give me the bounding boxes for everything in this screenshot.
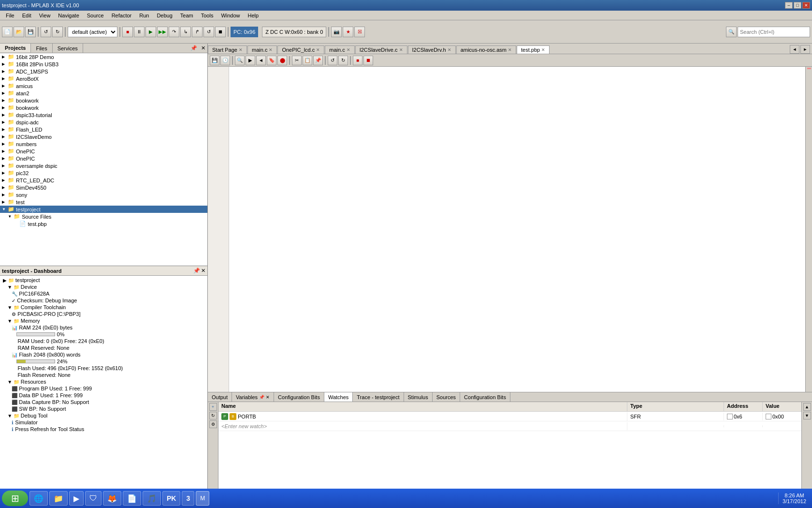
continue-button[interactable]: ▶: [145, 27, 156, 37]
watches-right-btn-2[interactable]: ▼: [803, 412, 811, 419]
step-out-button[interactable]: ↱: [192, 27, 203, 37]
close-tab-onepic-lcd-c[interactable]: ✕: [316, 47, 320, 52]
tree-item-dspic-adc[interactable]: ▶📁dspic-adc: [0, 119, 207, 126]
close-tab-i2cslavedrive[interactable]: ✕: [399, 47, 403, 52]
close-tab-start-page[interactable]: ✕: [239, 47, 243, 52]
tab-start-page[interactable]: Start Page✕: [208, 45, 247, 54]
tab-amicus-asm[interactable]: amicus-no-osc.asm✕: [456, 45, 516, 54]
run-button[interactable]: ■: [122, 27, 133, 37]
editor-history-btn[interactable]: 🕓: [220, 56, 230, 65]
close-doc-button[interactable]: ☒: [354, 27, 365, 37]
portb-addr-check[interactable]: [727, 414, 733, 419]
dash-item-debug-tool[interactable]: ▼ 📁Debug Tool: [2, 412, 205, 419]
dash-item-ram-reserved:-none[interactable]: RAM Reserved: None: [2, 344, 205, 351]
tree-item-sony[interactable]: ▶📁sony: [0, 191, 207, 198]
menu-source[interactable]: Source: [83, 12, 108, 19]
tab-files[interactable]: Files: [31, 44, 52, 53]
tab-i2cslavedrive[interactable]: I2CSlaveDrive.c✕: [355, 45, 407, 54]
redo-button[interactable]: ↻: [52, 27, 63, 37]
watches-settings-btn[interactable]: ⚙: [209, 420, 217, 428]
start-button[interactable]: ⊞: [2, 491, 28, 506]
dash-item-checksum:-debug-image[interactable]: ✓Checksum: Debug Image: [2, 297, 205, 304]
tree-item-i2cslavedemo[interactable]: ▶📁I2CSlaveDemo: [0, 133, 207, 140]
menu-edit[interactable]: Edit: [18, 12, 35, 19]
editor-copy-btn[interactable]: 📋: [303, 56, 312, 65]
tree-item-rtc_led_adc[interactable]: ▶📁RTC_LED_ADC: [0, 177, 207, 184]
menu-navigate[interactable]: Navigate: [54, 12, 83, 19]
tree-item-test[interactable]: ▶📁test: [0, 198, 207, 206]
dash-item-flash-reserved:-none[interactable]: Flash Reserved: None: [2, 372, 205, 378]
editor-redo-btn[interactable]: ↻: [338, 56, 348, 65]
tree-item-test.pbp[interactable]: 📄test.pbp: [0, 220, 207, 227]
taskbar-btn-security[interactable]: 🛡: [85, 491, 102, 506]
watches-right-btn-1[interactable]: ▲: [803, 403, 811, 411]
projects-pin-button[interactable]: 📌: [188, 45, 199, 51]
dash-item-press-refresh-for-tool-status[interactable]: ℹPress Refresh for Tool Status: [2, 426, 205, 433]
open-project-button[interactable]: 📂: [14, 27, 24, 37]
taskbar-btn-ie[interactable]: 🌐: [29, 491, 48, 506]
tab-test-pbp[interactable]: test.pbp✕: [517, 45, 550, 54]
tab-i2cslavedrv-h[interactable]: I2CSlaveDrv.h✕: [408, 45, 456, 54]
tree-item-amicus[interactable]: ▶📁amicus: [0, 82, 207, 90]
code-area[interactable]: [229, 67, 805, 392]
taskbar-btn-firefox[interactable]: 🦊: [103, 491, 121, 506]
config-dropdown[interactable]: default (active): [68, 27, 117, 37]
taskbar-btn-explorer[interactable]: 📁: [49, 491, 68, 506]
tab-main-c-1[interactable]: main.c✕: [247, 45, 277, 54]
search-icon-btn[interactable]: 🔍: [726, 27, 737, 37]
editor-paste-btn[interactable]: 📌: [313, 56, 323, 65]
close-tab-main-c-1[interactable]: ✕: [269, 47, 273, 52]
editor-stop-btn[interactable]: ⏹: [363, 56, 373, 65]
tree-item-16bit-28p-demo[interactable]: ▶📁16bit 28P Demo: [0, 53, 207, 60]
undo-button[interactable]: ↺: [41, 27, 51, 37]
tree-item-numbers[interactable]: ▶📁numbers: [0, 140, 207, 148]
menu-window[interactable]: Window: [217, 12, 244, 19]
menu-refactor[interactable]: Refactor: [108, 12, 136, 19]
dash-item-ram-used:-0-(0x0)-free:-224-(0[interactable]: RAM Used: 0 (0x0) Free: 224 (0xE0): [2, 338, 205, 344]
step-over-button[interactable]: ↷: [169, 27, 179, 37]
watches-refresh-btn[interactable]: ↻: [209, 412, 217, 419]
close-tab-amicus-asm[interactable]: ✕: [508, 47, 512, 52]
dash-item-compiler-toolchain[interactable]: ▼ 📁Compiler Toolchain: [2, 304, 205, 311]
editor-cut-btn[interactable]: ✂: [292, 56, 302, 65]
portb-val-check[interactable]: [766, 414, 771, 419]
dash-item-program-bp-used:-1-free:-999[interactable]: ⬛Program BP Used: 1 Free: 999: [2, 385, 205, 392]
build-button[interactable]: ▶▶: [157, 27, 168, 37]
menu-team[interactable]: Team: [176, 12, 197, 19]
tab-config-bits-2[interactable]: Configuration Bits: [460, 392, 510, 402]
dash-item-flash-2048-(0x800)-words[interactable]: 📊Flash 2048 (0x800) words: [2, 351, 205, 358]
tab-variables[interactable]: Variables 📌 ✕: [232, 392, 274, 402]
close-tab-test-pbp[interactable]: ✕: [541, 47, 545, 52]
menu-help[interactable]: Help: [244, 12, 263, 19]
tree-item-atan2[interactable]: ▶📁atan2: [0, 90, 207, 97]
dash-item-resources[interactable]: ▼ 📁Resources: [2, 378, 205, 385]
dash-item-sw-bp:-no-support[interactable]: ⬛SW BP: No Support: [2, 405, 205, 412]
projects-close-button[interactable]: ✕: [199, 45, 207, 51]
dash-item-picbasic-pro-[c:\pbp3][interactable]: ⚙PICBASIC-PRO [C:\PBP3]: [2, 311, 205, 317]
editor-scrollbar[interactable]: [805, 67, 812, 392]
tree-item-pic32[interactable]: ▶📁pic32: [0, 169, 207, 177]
tree-item-adc_1msps[interactable]: ▶📁ADC_1MSPS: [0, 68, 207, 75]
tab-onepic-lcd-c[interactable]: OnePIC_lcd.c✕: [277, 45, 324, 54]
taskbar-btn-music[interactable]: 🎵: [143, 491, 161, 506]
editor-bookmark-btn[interactable]: 🔖: [267, 56, 276, 65]
camera-button[interactable]: 📷: [331, 27, 342, 37]
tree-item-16bit-28pin-usb3[interactable]: ▶📁16Bit 28Pin USB3: [0, 60, 207, 68]
tab-config-bits-1[interactable]: Configuration Bits: [274, 392, 324, 402]
taskbar-btn-pickit[interactable]: PK: [162, 491, 180, 506]
stop-debug-button[interactable]: ⏹: [215, 27, 226, 37]
tree-item-onepic[interactable]: ▶📁OnePIC: [0, 155, 207, 162]
maximize-button[interactable]: □: [794, 2, 801, 9]
tree-item-dspic33-tutorial[interactable]: ▶📁dspic33-tutorial: [0, 111, 207, 119]
menu-tools[interactable]: Tools: [197, 12, 218, 19]
editor-undo-btn[interactable]: ↺: [328, 56, 337, 65]
search-input[interactable]: [738, 27, 810, 37]
taskbar-btn-mplab[interactable]: M: [196, 491, 209, 506]
tab-main-c-2[interactable]: main.c✕: [325, 45, 354, 54]
tree-item-source-files[interactable]: ▼📁Source Files: [0, 213, 207, 220]
dash-item-testproject[interactable]: ▶ 📁testproject: [2, 277, 205, 284]
editor-run-btn[interactable]: ■: [353, 56, 362, 65]
new-project-button[interactable]: 📄: [2, 27, 13, 37]
tab-sources[interactable]: Sources: [433, 392, 460, 402]
editor-back-btn[interactable]: ◄: [256, 56, 266, 65]
